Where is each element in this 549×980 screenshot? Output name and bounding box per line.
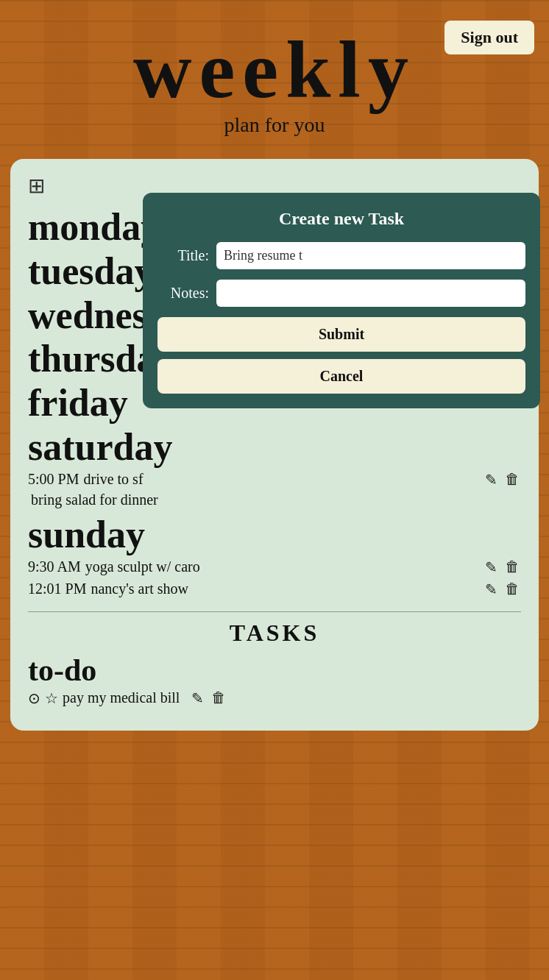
main-card: ⊞ monday tuesday wednesday thursday frid… <box>10 159 539 731</box>
sign-out-button[interactable]: Sign out <box>444 21 534 54</box>
modal-title: Create new Task <box>157 209 525 229</box>
modal-title-row: Title: <box>157 242 525 269</box>
cancel-button[interactable]: Cancel <box>157 359 525 394</box>
modal-notes-row: Notes: <box>157 280 525 307</box>
submit-button[interactable]: Submit <box>157 317 525 352</box>
notes-input[interactable] <box>216 280 525 307</box>
title-label: Title: <box>157 247 209 264</box>
create-task-modal: Create new Task Title: Notes: Submit Can… <box>143 193 540 408</box>
title-input[interactable] <box>216 242 525 269</box>
modal-overlay: Create new Task Title: Notes: Submit Can… <box>10 159 539 731</box>
app-subtitle: plan for you <box>0 113 549 137</box>
notes-label: Notes: <box>157 285 209 302</box>
